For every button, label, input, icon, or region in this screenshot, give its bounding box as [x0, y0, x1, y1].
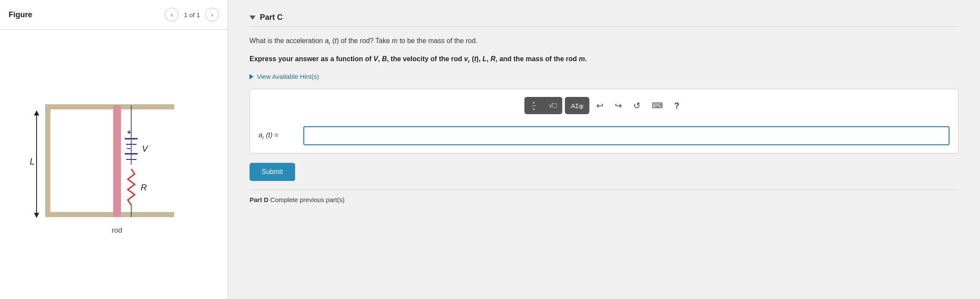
svg-rect-0: [45, 104, 174, 109]
answer-box: ▪ ▪ √□ ΑΣφ ↩ ↪ ↺: [250, 89, 958, 153]
greek-symbols-button[interactable]: ΑΣφ: [565, 97, 589, 114]
figure-content: L + − V R rod: [0, 30, 228, 299]
svg-text:L: L: [29, 156, 34, 167]
keyboard-button[interactable]: ⌨: [647, 97, 667, 114]
svg-rect-3: [113, 105, 121, 217]
svg-text:V: V: [142, 144, 148, 153]
right-panel: Part C What is the acceleration ar (t) o…: [228, 0, 980, 299]
math-toolbar: ▪ ▪ √□ ΑΣφ ↩ ↪ ↺: [259, 97, 949, 118]
part-d-label: Part D: [250, 196, 268, 203]
input-row: ar (t) =: [259, 126, 949, 145]
svg-text:−: −: [126, 145, 130, 152]
greek-label: ΑΣφ: [571, 102, 583, 109]
hint-triangle-icon: [250, 74, 253, 79]
bold-instruction: Express your answer as a function of V, …: [250, 53, 958, 65]
svg-text:rod: rod: [111, 226, 122, 234]
circuit-diagram: L + − V R rod: [28, 78, 200, 251]
next-button[interactable]: ›: [205, 8, 219, 22]
part-d-hint-text: Complete previous part(s): [270, 196, 345, 203]
undo-icon: ↩: [596, 100, 604, 111]
submit-button[interactable]: Submit: [250, 163, 295, 181]
figure-title: Figure: [9, 10, 160, 19]
figure-counter: 1 of 1: [184, 11, 200, 19]
hint-link[interactable]: View Available Hint(s): [250, 73, 958, 80]
part-c-header: Part C: [250, 13, 958, 27]
collapse-icon[interactable]: [250, 16, 256, 20]
prev-button[interactable]: ‹: [165, 8, 179, 22]
left-panel: Figure ‹ 1 of 1 › L + − V: [0, 0, 228, 299]
reset-icon: ↺: [633, 100, 641, 111]
reset-button[interactable]: ↺: [629, 97, 645, 114]
help-button[interactable]: ?: [670, 97, 684, 114]
undo-button[interactable]: ↩: [592, 97, 608, 114]
svg-text:+: +: [127, 128, 131, 136]
keyboard-icon: ⌨: [652, 101, 663, 110]
fraction-button[interactable]: ▪ ▪: [524, 97, 543, 114]
input-label: ar (t) =: [259, 131, 297, 140]
part-d-section: Part D Complete previous part(s): [250, 190, 958, 203]
hint-label: View Available Hint(s): [257, 73, 319, 80]
svg-rect-1: [45, 212, 174, 217]
redo-button[interactable]: ↪: [610, 97, 626, 114]
redo-icon: ↪: [615, 100, 622, 111]
question-text: What is the acceleration ar (t) of the r…: [250, 35, 958, 47]
figure-header: Figure ‹ 1 of 1 ›: [0, 0, 228, 30]
answer-input[interactable]: [303, 126, 949, 145]
part-c-title: Part C: [260, 13, 283, 22]
svg-rect-2: [45, 104, 50, 217]
help-icon: ?: [674, 101, 679, 111]
fraction-sqrt-group: ▪ ▪ √□: [524, 97, 562, 114]
svg-text:R: R: [141, 183, 147, 192]
sqrt-button[interactable]: √□: [543, 97, 562, 114]
